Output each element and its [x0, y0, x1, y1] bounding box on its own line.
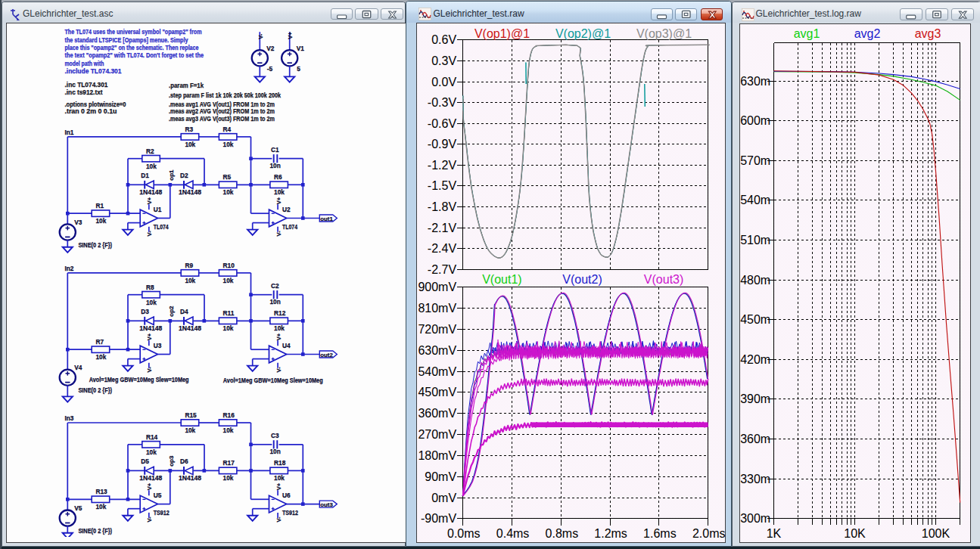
svg-text:U4: U4 — [282, 341, 291, 349]
svg-text:720mV: 720mV — [418, 323, 456, 336]
svg-text:V4: V4 — [74, 364, 82, 371]
svg-text:5: 5 — [297, 65, 300, 73]
svg-text:540mV: 540mV — [418, 365, 456, 378]
svg-text:TL074: TL074 — [282, 223, 297, 231]
svg-text:D2: D2 — [180, 171, 188, 178]
svg-text:V(out1): V(out1) — [482, 273, 521, 286]
svg-text:V+: V+ — [275, 333, 282, 340]
svg-text:1N4148: 1N4148 — [179, 474, 201, 482]
svg-text:570m: 570m — [740, 154, 770, 167]
svg-text:1N4148: 1N4148 — [139, 474, 162, 482]
svg-text:V(out3): V(out3) — [643, 273, 683, 286]
svg-text:.include TL074.301: .include TL074.301 — [65, 67, 122, 75]
svg-text:R15: R15 — [185, 411, 197, 419]
svg-text:360mV: 360mV — [418, 407, 456, 420]
svg-text:avg1: avg1 — [794, 27, 820, 40]
svg-text:out3: out3 — [320, 501, 333, 507]
svg-text:10k: 10k — [274, 324, 285, 332]
svg-text:SINE(0 2 {F}): SINE(0 2 {F}) — [78, 386, 112, 394]
svg-text:V1: V1 — [297, 44, 305, 51]
svg-text:V-: V- — [275, 516, 282, 522]
svg-text:480m: 480m — [740, 274, 770, 287]
svg-text:10k: 10k — [223, 140, 234, 147]
svg-text:10k: 10k — [146, 298, 157, 306]
svg-text:R17: R17 — [223, 459, 235, 467]
svg-text:10k: 10k — [96, 217, 107, 225]
svg-text:avg2: avg2 — [854, 27, 881, 40]
svg-text:10k: 10k — [146, 162, 157, 169]
svg-text:10k: 10k — [274, 188, 285, 196]
svg-text:630mV: 630mV — [418, 344, 456, 357]
svg-text:U6: U6 — [282, 492, 291, 499]
svg-text:450m: 450m — [740, 313, 770, 326]
svg-text:R14: R14 — [146, 433, 158, 440]
svg-text:-2.4V: -2.4V — [427, 242, 456, 255]
svg-text:10K: 10K — [844, 527, 866, 538]
svg-text:model path with: model path with — [65, 59, 104, 67]
svg-text:TL074: TL074 — [154, 223, 169, 231]
svg-text:D1: D1 — [141, 171, 149, 178]
svg-text:1K: 1K — [767, 527, 782, 538]
svg-text:SINE(0 2 {F}): SINE(0 2 {F}) — [78, 240, 112, 248]
svg-text:10k: 10k — [146, 448, 157, 455]
svg-text:390m: 390m — [740, 392, 770, 405]
svg-text:1N4148: 1N4148 — [139, 188, 162, 195]
svg-text:R18: R18 — [274, 459, 286, 467]
svg-text:V-: V- — [275, 366, 282, 372]
svg-text:R1: R1 — [96, 202, 104, 209]
svg-text:C1: C1 — [271, 145, 279, 153]
svg-text:.inc TL074.301: .inc TL074.301 — [65, 80, 108, 88]
svg-text:1N4148: 1N4148 — [179, 188, 201, 195]
svg-text:10k: 10k — [223, 188, 234, 196]
svg-text:0.0ms: 0.0ms — [447, 527, 481, 538]
svg-text:-1.8V: -1.8V — [427, 200, 456, 213]
svg-text:270mV: 270mV — [418, 428, 456, 441]
svg-text:330m: 330m — [740, 473, 770, 485]
svg-text:R5: R5 — [223, 173, 232, 181]
svg-text:-2.1V: -2.1V — [427, 222, 456, 234]
svg-text:V-: V- — [146, 230, 153, 236]
svg-text:R13: R13 — [96, 488, 108, 495]
svg-text:In1: In1 — [65, 128, 74, 135]
svg-text:D6: D6 — [180, 457, 188, 464]
svg-text:R3: R3 — [185, 125, 193, 132]
svg-text:U2: U2 — [282, 205, 291, 212]
svg-text:SINE(0 2 {F}): SINE(0 2 {F}) — [78, 527, 112, 535]
svg-text:V5: V5 — [74, 504, 82, 511]
svg-text:out2: out2 — [320, 351, 333, 358]
svg-text:In2: In2 — [65, 264, 74, 271]
svg-text:R7: R7 — [96, 338, 104, 346]
svg-text:R16: R16 — [223, 411, 235, 419]
svg-text:0.8ms: 0.8ms — [545, 527, 578, 538]
svg-text:100K: 100K — [922, 527, 950, 538]
svg-text:-2.7V: -2.7V — [427, 263, 456, 276]
svg-text:In3: In3 — [65, 414, 74, 421]
svg-text:900mV: 900mV — [418, 281, 456, 293]
svg-text:10k: 10k — [185, 276, 195, 284]
svg-text:600m: 600m — [740, 114, 770, 127]
svg-text:1.2ms: 1.2ms — [594, 527, 627, 538]
svg-text:420m: 420m — [740, 353, 770, 366]
svg-text:V-: V- — [146, 516, 153, 522]
svg-text:the text "opamp2" with TL074.: the text "opamp2" with TL074. Don't forg… — [65, 51, 204, 59]
svg-text:-5: -5 — [267, 65, 273, 73]
svg-text:R11: R11 — [223, 309, 235, 317]
svg-text:V(op3)@1: V(op3)@1 — [636, 27, 691, 40]
svg-text:D5: D5 — [141, 457, 149, 464]
svg-text:90mV: 90mV — [425, 470, 456, 483]
svg-text:1N4148: 1N4148 — [179, 324, 201, 331]
svg-text:540m: 540m — [740, 194, 770, 206]
svg-text:10k: 10k — [223, 474, 234, 482]
svg-text:10k: 10k — [185, 140, 195, 147]
svg-text:D4: D4 — [180, 307, 188, 315]
svg-text:.tran 0 2m 0 0.1u: .tran 0 2m 0 0.1u — [65, 107, 117, 114]
svg-text:-1.5V: -1.5V — [427, 179, 456, 192]
svg-text:10k: 10k — [223, 276, 234, 284]
svg-text:300m: 300m — [740, 512, 770, 525]
svg-text:V(op2)@1: V(op2)@1 — [555, 27, 610, 40]
svg-text:V(out2): V(out2) — [562, 273, 602, 286]
svg-text:TS912: TS912 — [154, 509, 170, 516]
svg-text:.meas avg3 AVG V(out3) FROM 1m: .meas avg3 AVG V(out3) FROM 1m to 2m — [169, 114, 275, 122]
svg-text:V+: V+ — [146, 333, 153, 340]
svg-text:450mV: 450mV — [418, 386, 456, 399]
